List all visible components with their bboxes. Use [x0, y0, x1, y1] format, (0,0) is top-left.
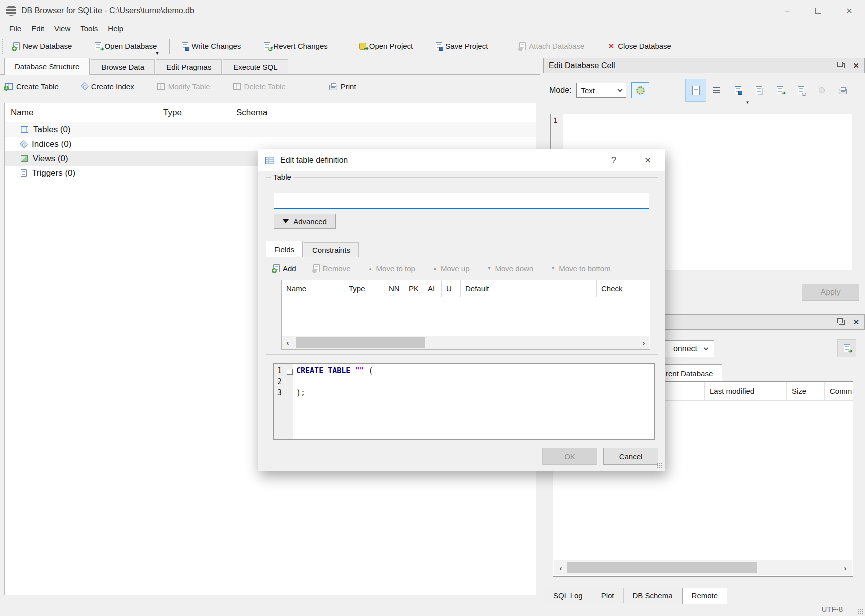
- toolbar-drag-handle[interactable]: [2, 39, 5, 54]
- column-ai[interactable]: AI: [423, 280, 442, 297]
- column-u[interactable]: U: [442, 280, 461, 297]
- toolbar-separator: [169, 39, 170, 54]
- title-bar: DB Browser for SQLite - C:\Users\turne\d…: [0, 0, 865, 22]
- scroll-left-icon[interactable]: ‹: [554, 564, 567, 572]
- new-database-icon: [13, 42, 20, 50]
- tab-browse-data[interactable]: Browse Data: [91, 60, 155, 74]
- column-commit[interactable]: Comm: [824, 382, 853, 400]
- tab-database-structure[interactable]: Database Structure: [4, 58, 90, 75]
- table-name-input[interactable]: [274, 193, 649, 209]
- cancel-button[interactable]: Cancel: [603, 448, 658, 465]
- column-type[interactable]: Type: [158, 104, 231, 122]
- scroll-left-icon[interactable]: ‹: [282, 338, 293, 347]
- dialog-titlebar[interactable]: Edit table definition ? ✕: [258, 150, 665, 172]
- link-data-button[interactable]: [790, 79, 811, 102]
- sql-code: CREATE TABLE "" ( );: [296, 366, 652, 400]
- table-group-label: Table: [271, 173, 293, 182]
- column-size[interactable]: Size: [786, 382, 824, 400]
- table-icon: [265, 157, 274, 164]
- open-in-app-button[interactable]: [769, 79, 790, 102]
- add-field-button[interactable]: Add: [273, 264, 296, 273]
- trigger-icon: [21, 170, 27, 177]
- move-to-top-button: Move to top: [368, 264, 415, 273]
- close-panel-icon[interactable]: [853, 62, 859, 70]
- column-check[interactable]: Check: [597, 280, 650, 297]
- dialog-help-button[interactable]: ?: [604, 156, 624, 166]
- remote-push-button: [837, 340, 856, 358]
- print-cell-button[interactable]: [832, 79, 853, 102]
- column-pk[interactable]: PK: [404, 280, 423, 297]
- scrollbar-thumb[interactable]: [296, 337, 425, 348]
- menu-tools[interactable]: Tools: [75, 24, 103, 33]
- open-project-button[interactable]: Open Project: [354, 39, 418, 54]
- float-panel-icon[interactable]: [839, 320, 845, 325]
- close-button[interactable]: ✕: [834, 0, 865, 22]
- print-button[interactable]: Print: [329, 82, 356, 91]
- save-project-button[interactable]: Save Project: [431, 39, 493, 54]
- close-database-button[interactable]: Close Database: [602, 39, 676, 54]
- upload-database-icon: [844, 344, 850, 352]
- column-schema[interactable]: Schema: [231, 104, 536, 122]
- fields-table: Name Type NN PK AI U Default Check ‹ ›: [281, 280, 650, 350]
- text-mode-button[interactable]: [685, 79, 706, 102]
- column-name[interactable]: Name: [5, 104, 158, 122]
- revert-changes-button[interactable]: Revert Changes: [259, 39, 332, 54]
- remote-horizontal-scrollbar[interactable]: ‹ ›: [554, 560, 852, 576]
- mode-select[interactable]: Text: [576, 83, 626, 98]
- menu-file[interactable]: File: [4, 24, 26, 33]
- scroll-right-icon[interactable]: ›: [839, 564, 852, 572]
- move-to-bottom-button: Move to bottom: [550, 264, 610, 273]
- move-bottom-icon: [550, 266, 556, 272]
- column-default[interactable]: Default: [461, 280, 597, 297]
- edit-table-definition-dialog: Edit table definition ? ✕ Table Advanced…: [258, 149, 665, 472]
- tab-sql-log[interactable]: SQL Log: [544, 588, 592, 604]
- toolbar-separator: [507, 39, 507, 54]
- export-data-button[interactable]: [748, 79, 769, 102]
- fields-horizontal-scrollbar[interactable]: ‹ ›: [282, 336, 649, 349]
- attach-database-icon: [519, 42, 526, 50]
- tab-constraints[interactable]: Constraints: [304, 242, 359, 258]
- menu-view[interactable]: View: [49, 24, 75, 33]
- main-toolbar: New Database Open Database ▼ Write Chang…: [0, 36, 865, 58]
- scrollbar-thumb[interactable]: [567, 562, 757, 574]
- advanced-toggle-button[interactable]: Advanced: [274, 214, 336, 229]
- menu-help[interactable]: Help: [103, 24, 128, 33]
- tab-db-schema[interactable]: DB Schema: [624, 588, 682, 604]
- create-index-button[interactable]: Create Index: [82, 82, 134, 91]
- tab-plot[interactable]: Plot: [592, 588, 624, 604]
- import-data-button[interactable]: ▼: [727, 79, 748, 102]
- tree-item-tables[interactable]: Tables (0): [5, 122, 536, 137]
- column-name[interactable]: Name: [282, 280, 344, 297]
- menu-edit[interactable]: Edit: [26, 24, 49, 33]
- copy-document-icon: [756, 86, 762, 94]
- tab-fields[interactable]: Fields: [266, 241, 303, 258]
- attach-database-button: Attach Database: [514, 39, 589, 54]
- create-table-button[interactable]: Create Table: [5, 82, 59, 91]
- table-icon: [21, 126, 28, 133]
- write-changes-button[interactable]: Write Changes: [177, 39, 246, 54]
- encoding-indicator[interactable]: UTF-8: [822, 605, 843, 614]
- tab-edit-pragmas[interactable]: Edit Pragmas: [156, 60, 222, 74]
- tab-execute-sql[interactable]: Execute SQL: [223, 60, 288, 74]
- maximize-button[interactable]: [803, 0, 834, 22]
- scroll-right-icon[interactable]: ›: [638, 338, 649, 347]
- auto-apply-button[interactable]: [631, 82, 649, 98]
- cell-tool-icons: ▼: [685, 79, 853, 102]
- column-last-modified[interactable]: Last modified: [704, 382, 786, 400]
- dialog-close-button[interactable]: ✕: [638, 156, 658, 166]
- remove-field-button: Remove: [313, 264, 351, 273]
- code-fold-icon[interactable]: [287, 369, 293, 375]
- word-wrap-button[interactable]: [706, 79, 727, 102]
- float-panel-icon[interactable]: [839, 64, 845, 68]
- open-database-button[interactable]: Open Database: [90, 39, 162, 54]
- column-nn[interactable]: NN: [384, 280, 404, 297]
- minimize-button[interactable]: –: [772, 0, 803, 22]
- open-database-dropdown-icon[interactable]: ▼: [155, 51, 159, 56]
- close-panel-icon[interactable]: [853, 318, 859, 327]
- move-up-button: Move up: [432, 264, 470, 273]
- chevron-down-icon: [704, 346, 709, 350]
- column-type[interactable]: Type: [344, 280, 384, 297]
- window-resize-grip[interactable]: [858, 610, 863, 614]
- dialog-resize-grip[interactable]: [657, 464, 663, 469]
- new-database-button[interactable]: New Database: [8, 39, 77, 54]
